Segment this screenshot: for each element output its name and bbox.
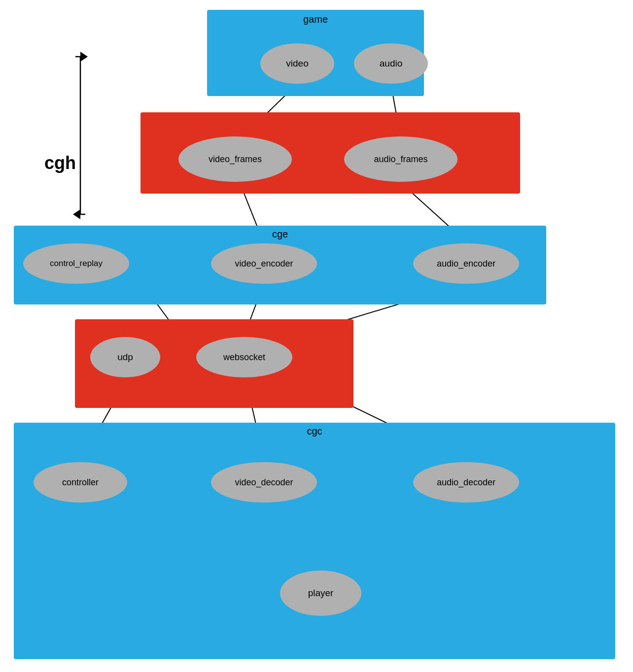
net-label: net [90, 322, 105, 335]
audio-frames-node: audio_frames [344, 136, 457, 182]
video-encoder-node: video_encoder [211, 243, 317, 284]
audio-decoder-node: audio_decoder [413, 462, 519, 503]
cgh-arrow [73, 52, 88, 219]
player-node: player [280, 571, 361, 616]
controller-node: controller [34, 462, 127, 503]
shared-memory-label: Shared Memory [292, 116, 369, 129]
cgh-label: cgh [44, 153, 76, 173]
game-box-label: game [303, 14, 328, 25]
audio-node: audio [354, 43, 428, 84]
udp-node: udp [90, 337, 160, 377]
cge-label: cge [272, 229, 288, 240]
websocket-node: websocket [196, 337, 292, 377]
diagram-container: cgh game Shared Memory cge net cgc [0, 0, 633, 672]
control-replay-node: control_replay [23, 243, 129, 284]
video-frames-node: video_frames [178, 136, 292, 182]
audio-encoder-node: audio_encoder [413, 243, 519, 284]
video-node: video [260, 43, 334, 84]
video-decoder-node: video_decoder [211, 462, 317, 503]
cgc-label: cgc [307, 426, 322, 437]
cgc-box: cgc [14, 423, 615, 659]
